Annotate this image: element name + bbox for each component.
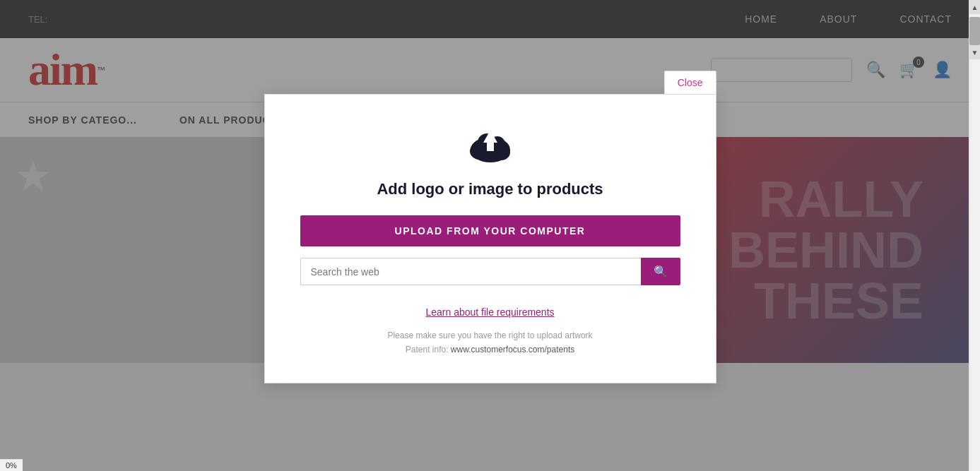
cloud-upload-icon — [462, 123, 519, 172]
upload-modal: Close Add logo or image to products — [264, 71, 716, 383]
modal-title: Add logo or image to products — [300, 180, 680, 198]
web-search-row: 🔍 — [300, 258, 680, 285]
zoom-indicator: 0% — [0, 459, 23, 471]
rights-notice: Please make sure you have the right to u… — [300, 330, 680, 340]
web-search-input[interactable] — [300, 258, 641, 285]
patent-info: Patent info: www.customerfocus.com/paten… — [300, 345, 680, 354]
scroll-up-button[interactable]: ▲ — [969, 0, 980, 14]
web-search-button[interactable]: 🔍 — [641, 258, 680, 285]
upload-from-computer-button[interactable]: UPLOAD FROM YOUR COMPUTER — [300, 215, 680, 246]
patent-link[interactable]: www.customerfocus.com/patents — [451, 345, 574, 354]
modal-content: Add logo or image to products UPLOAD FRO… — [264, 94, 716, 383]
scroll-down-button[interactable]: ▼ — [969, 45, 980, 59]
file-requirements-link[interactable]: Learn about file requirements — [300, 306, 680, 318]
scroll-thumb[interactable] — [969, 17, 980, 45]
search-icon: 🔍 — [654, 266, 668, 278]
patent-label: Patent info: — [406, 345, 449, 354]
scrollbar[interactable]: ▲ ▼ — [969, 0, 980, 471]
modal-close-button[interactable]: Close — [664, 71, 716, 95]
page-wrapper: TEL: HOME ABOUT CONTACT aim ™ 🔍 🛒 0 👤 SH… — [0, 0, 980, 471]
